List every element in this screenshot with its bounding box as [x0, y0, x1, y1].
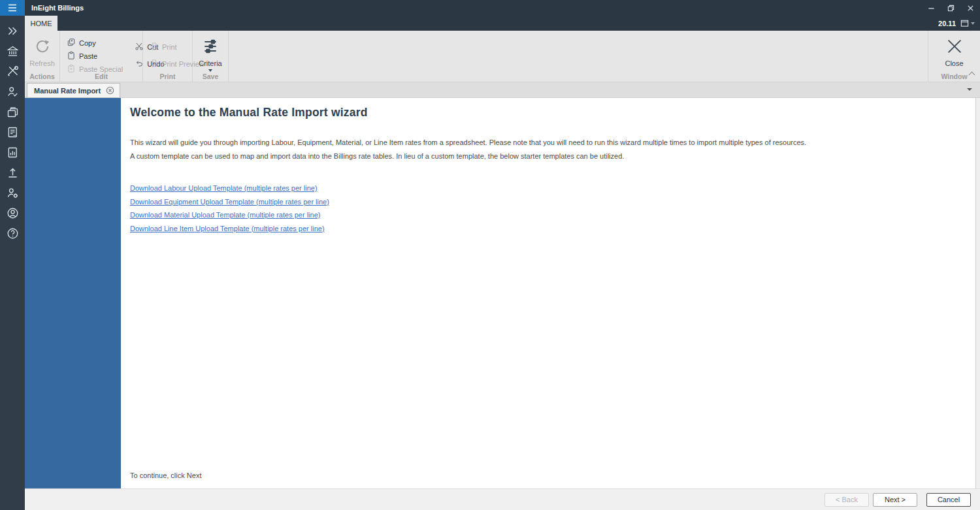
download-equipment-template-link[interactable]: Download Equipment Upload Template (mult…	[130, 195, 329, 209]
minimize-button[interactable]	[921, 0, 941, 16]
clipboard-stack-icon[interactable]	[0, 102, 25, 122]
tab-manual-rate-import[interactable]: Manual Rate Import	[27, 83, 120, 97]
wizard-footer: < Back Next > Cancel	[25, 488, 980, 510]
wizard-template-paragraph: A custom template can be used to map and…	[130, 152, 962, 160]
question-circle-icon[interactable]	[0, 223, 25, 244]
chart-document-icon[interactable]	[0, 142, 25, 163]
ribbon: Refresh Actions Copy	[25, 31, 980, 82]
continue-hint: To continue, click Next	[130, 471, 201, 479]
chevron-down-icon	[208, 69, 212, 72]
copy-button[interactable]: Copy	[63, 37, 127, 50]
person-gear-icon[interactable]	[0, 183, 25, 203]
download-line-item-template-link[interactable]: Download Line Item Upload Template (mult…	[130, 222, 325, 236]
criteria-button[interactable]: Criteria	[195, 35, 225, 72]
page-title: Welcome to the Manual Rate Import wizard	[130, 106, 962, 120]
bank-building-icon[interactable]	[0, 41, 25, 61]
close-window-button[interactable]	[960, 0, 980, 16]
restore-button[interactable]	[941, 0, 960, 16]
group-label-actions: Actions	[25, 72, 59, 80]
close-tab-button[interactable]: Close	[938, 35, 972, 67]
close-x-icon	[945, 36, 964, 57]
wizard-intro-paragraph: This wizard will guide you through impor…	[130, 138, 962, 146]
document-tab-bar: Manual Rate Import	[25, 82, 980, 98]
cancel-button[interactable]: Cancel	[926, 493, 971, 507]
app-window: InEight Billings HOME 20.11	[0, 0, 980, 510]
hamburger-menu-icon[interactable]	[0, 0, 25, 16]
criteria-sliders-icon	[202, 36, 219, 57]
template-links: Download Labour Upload Template (multipl…	[130, 182, 962, 235]
paste-icon	[67, 51, 76, 61]
download-material-template-link[interactable]: Download Material Upload Template (multi…	[130, 208, 320, 222]
back-button: < Back	[825, 493, 869, 507]
group-label-edit: Edit	[60, 72, 142, 80]
chevron-down-icon	[971, 22, 975, 25]
tab-list-dropdown-icon[interactable]	[967, 88, 972, 91]
next-button[interactable]: Next >	[873, 493, 917, 507]
double-chevron-right-icon[interactable]	[0, 21, 25, 41]
tabrow-right: 20.11	[938, 16, 980, 31]
download-labour-template-link[interactable]: Download Labour Upload Template (multipl…	[130, 182, 318, 195]
titlebar: InEight Billings	[25, 0, 980, 16]
ribbon-group-actions: Refresh Actions	[25, 31, 60, 82]
wizard-body: Welcome to the Manual Rate Import wizard…	[121, 98, 976, 488]
print-preview-icon	[150, 59, 159, 69]
window-controls	[921, 0, 980, 16]
window-layout-button[interactable]	[960, 19, 975, 27]
copy-icon	[67, 38, 76, 48]
ribbon-group-save: Criteria Save	[193, 31, 229, 82]
version-label: 20.11	[938, 20, 956, 27]
document-tab-title: Manual Rate Import	[34, 87, 101, 95]
person-check-icon[interactable]	[0, 82, 25, 102]
tab-close-icon[interactable]	[106, 86, 114, 95]
sidebar	[0, 0, 25, 510]
ribbon-group-edit: Copy Paste Paste Special	[60, 31, 143, 82]
right-gutter	[976, 98, 980, 488]
ribbon-tab-row: HOME 20.11	[25, 16, 980, 31]
refresh-button: Refresh	[27, 35, 57, 67]
paste-button[interactable]: Paste	[63, 50, 127, 63]
group-label-save: Save	[193, 72, 228, 80]
upload-arrow-icon[interactable]	[0, 163, 25, 183]
ribbon-group-print: Print Print Preview Print	[143, 31, 193, 82]
person-circle-icon[interactable]	[0, 203, 25, 223]
app-title: InEight Billings	[25, 4, 84, 12]
main-column: InEight Billings HOME 20.11	[25, 0, 980, 510]
tab-home[interactable]: HOME	[25, 16, 57, 31]
note-document-icon[interactable]	[0, 122, 25, 142]
refresh-icon	[34, 36, 51, 57]
group-label-print: Print	[143, 72, 192, 80]
print-icon	[150, 42, 159, 52]
wizard-side-panel	[25, 98, 121, 488]
wizard-content: Welcome to the Manual Rate Import wizard…	[25, 98, 980, 488]
crossed-tools-icon[interactable]	[0, 61, 25, 82]
